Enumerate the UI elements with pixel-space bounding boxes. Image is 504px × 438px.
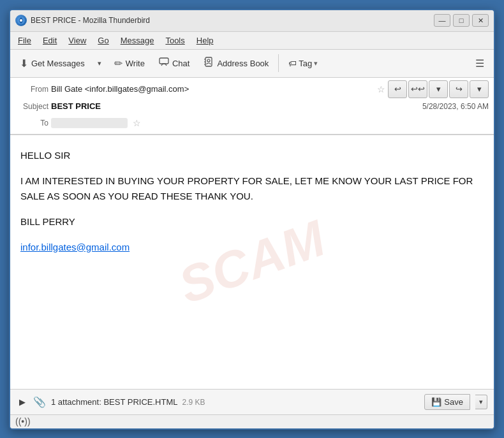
date-value: 5/28/2023, 6:50 AM <box>422 102 489 111</box>
write-label: Write <box>126 59 145 68</box>
get-messages-dropdown[interactable]: ▾ <box>93 54 106 72</box>
attachment-size: 2.9 KB <box>182 398 205 407</box>
body-line: I AM INTERESTED IN BUYING YOUR PROPERTY … <box>20 173 484 204</box>
close-button[interactable]: ✕ <box>472 14 489 27</box>
title-bar-left: BEST PRICE - Mozilla Thunderbird <box>15 15 150 26</box>
reply-all-button[interactable]: ↩↩ <box>408 80 427 98</box>
title-bar: BEST PRICE - Mozilla Thunderbird — □ ✕ <box>10 10 494 32</box>
svg-point-4 <box>207 59 210 62</box>
sender-name: BILL PERRY <box>20 214 484 230</box>
email-header: From Bill Gate <infor.billgates@gmail.co… <box>10 78 494 135</box>
hamburger-menu-button[interactable]: ☰ <box>470 54 490 73</box>
maximize-button[interactable]: □ <box>453 14 470 27</box>
to-value-masked <box>51 118 128 128</box>
paperclip-icon: 📎 <box>33 396 46 408</box>
forward-button[interactable]: ↪ <box>449 80 468 98</box>
minimize-button[interactable]: — <box>434 14 450 27</box>
menu-bar: File Edit View Go Message Tools Help <box>10 32 494 50</box>
chat-label: Chat <box>172 59 189 68</box>
window-controls: — □ ✕ <box>434 14 489 27</box>
sender-email: infor.billgates@gmail.com <box>20 240 484 255</box>
menu-file[interactable]: File <box>13 34 36 47</box>
subject-value: BEST PRICE <box>51 101 101 111</box>
address-book-icon <box>204 57 214 69</box>
chat-button[interactable]: Chat <box>153 54 195 73</box>
toolbar: ⬇ Get Messages ▾ ✏ Write Chat <box>10 50 494 78</box>
address-book-label: Address Book <box>217 59 269 68</box>
menu-help[interactable]: Help <box>191 34 219 47</box>
attachment-filename: 1 attachment: BEST PRICE.HTML 2.9 KB <box>51 397 419 407</box>
menu-tools[interactable]: Tools <box>160 34 189 47</box>
save-label: Save <box>444 397 463 407</box>
to-label: To <box>15 119 48 128</box>
from-label: From <box>15 85 48 94</box>
write-button[interactable]: ✏ Write <box>108 54 151 73</box>
address-book-button[interactable]: Address Book <box>198 54 274 73</box>
get-messages-label: Get Messages <box>31 59 85 68</box>
tag-button[interactable]: 🏷 Tag ▾ <box>283 55 323 71</box>
to-star-icon[interactable]: ☆ <box>133 118 141 128</box>
tag-icon: 🏷 <box>288 59 297 68</box>
write-icon: ✏ <box>114 57 122 69</box>
forward-dropdown-button[interactable]: ▾ <box>470 80 489 98</box>
email-content: HELLO SIR I AM INTERESTED IN BUYING YOUR… <box>20 148 484 255</box>
subject-label: Subject <box>15 102 48 111</box>
email-body: SCAM HELLO SIR I AM INTERESTED IN BUYING… <box>10 135 494 389</box>
window-title: BEST PRICE - Mozilla Thunderbird <box>31 16 150 25</box>
svg-rect-2 <box>159 58 168 64</box>
menu-edit[interactable]: Edit <box>38 34 62 47</box>
subject-row: Subject BEST PRICE 5/28/2023, 6:50 AM <box>15 98 489 115</box>
menu-view[interactable]: View <box>63 34 91 47</box>
save-button[interactable]: 💾 Save <box>424 394 470 410</box>
toolbar-separator <box>278 54 279 72</box>
subject-left: Subject BEST PRICE <box>15 101 101 111</box>
from-value: Bill Gate <infor.billgates@gmail.com> <box>51 84 372 94</box>
from-row: From Bill Gate <infor.billgates@gmail.co… <box>15 80 489 98</box>
svg-point-1 <box>20 19 22 22</box>
expand-attachments-button[interactable]: ▶ <box>17 396 28 408</box>
nav-dropdown-button[interactable]: ▾ <box>429 80 448 98</box>
app-icon <box>15 15 27 26</box>
chat-icon <box>159 57 169 69</box>
get-messages-button[interactable]: ⬇ Get Messages <box>14 54 91 73</box>
greeting-line: HELLO SIR <box>20 148 484 163</box>
save-icon: 💾 <box>431 397 441 407</box>
from-star-icon[interactable]: ☆ <box>377 84 385 94</box>
hamburger-icon: ☰ <box>475 57 484 69</box>
nav-buttons: ↩ ↩↩ ▾ ↪ ▾ <box>388 80 489 98</box>
to-row: To ☆ <box>15 115 489 131</box>
sender-email-link[interactable]: infor.billgates@gmail.com <box>20 242 130 252</box>
attachment-bar: ▶ 📎 1 attachment: BEST PRICE.HTML 2.9 KB… <box>10 389 494 414</box>
get-messages-icon: ⬇ <box>20 57 28 69</box>
tag-dropdown-arrow: ▾ <box>314 59 318 68</box>
menu-message[interactable]: Message <box>115 34 159 47</box>
reply-button[interactable]: ↩ <box>388 80 407 98</box>
radio-tower-icon: ((•)) <box>15 416 31 427</box>
save-dropdown-button[interactable]: ▾ <box>475 395 487 409</box>
menu-go[interactable]: Go <box>93 34 114 47</box>
tag-label: Tag <box>299 59 312 68</box>
status-bar: ((•)) <box>10 414 494 428</box>
thunderbird-window: BEST PRICE - Mozilla Thunderbird — □ ✕ F… <box>9 9 495 430</box>
